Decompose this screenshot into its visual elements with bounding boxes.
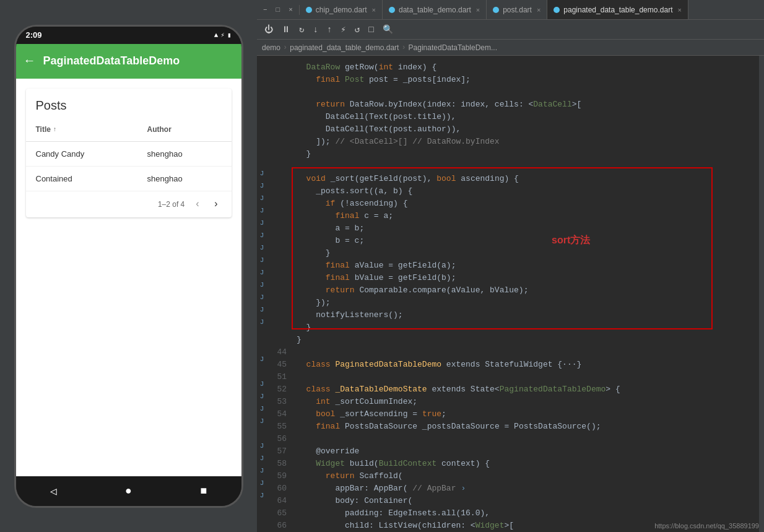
gutter-mark: J — [257, 291, 267, 303]
table-row: Contained shenghao — [26, 167, 232, 191]
tab-close-chip[interactable]: × — [372, 6, 376, 14]
back-button[interactable]: ← — [26, 54, 33, 68]
line-num — [267, 85, 292, 98]
gutter-mark: J — [257, 440, 267, 452]
code-line: @override — [292, 445, 759, 457]
code-line — [292, 346, 759, 358]
search-button[interactable]: 🔍 — [380, 23, 396, 36]
code-editor: − □ × chip_demo.dart × data_table_demo.d… — [257, 0, 764, 532]
tab-close-data-table[interactable]: × — [476, 6, 480, 14]
gutter-mark — [257, 105, 267, 118]
nav-recents-button[interactable]: ■ — [200, 485, 207, 497]
tab-chip-demo[interactable]: chip_demo.dart × — [300, 0, 383, 19]
code-line: appBar: AppBar( // AppBar › — [292, 482, 759, 494]
gutter-mark — [257, 130, 267, 142]
sort-annotation: sort方法 — [552, 234, 590, 247]
tab-close-paginated[interactable]: × — [677, 6, 681, 14]
lightning-button[interactable]: ⚡ — [338, 23, 348, 36]
line-num — [267, 172, 292, 185]
tab-label-chip: chip_demo.dart — [316, 6, 367, 14]
phone-device: 2:09 ▲ ⚡ ▮ ← PaginatedDataTableDemo Post… — [14, 25, 243, 508]
line-num: 65 — [267, 507, 292, 519]
stop-button[interactable]: □ — [366, 24, 376, 36]
minimize-button[interactable]: − — [259, 5, 271, 15]
reload-button[interactable]: ↺ — [352, 23, 362, 36]
step-into-button[interactable]: ↑ — [324, 24, 334, 36]
code-line — [292, 160, 759, 172]
code-line-sort-start: void _sort(getField(post), bool ascendin… — [292, 172, 759, 185]
table-row: Candy Candy shenghao — [26, 142, 232, 167]
gutter-mark: J — [257, 204, 267, 217]
code-line: ]); // <DataCell>[] // DataRow.byIndex — [292, 135, 759, 147]
code-line — [292, 370, 759, 383]
gutter-mark — [257, 93, 267, 105]
nav-back-button[interactable]: ◁ — [50, 484, 57, 498]
gutter-mark: J — [257, 217, 267, 229]
code-line — [292, 432, 759, 445]
gutter-mark: J — [257, 415, 267, 427]
gutter-mark — [257, 526, 267, 532]
editor-gutter: J J J J J J J J J J J J J J J J J J J J … — [257, 56, 267, 532]
gutter-mark: J — [257, 452, 267, 464]
tab-data-table-demo[interactable]: data_table_demo.dart × — [383, 0, 487, 19]
gutter-mark: J — [257, 390, 267, 403]
pause-button[interactable]: ⏸ — [279, 24, 293, 36]
cell-title-2: Contained — [36, 167, 147, 191]
code-line: DataCell(Text(post.title)), — [292, 110, 759, 123]
gutter-mark: J — [257, 242, 267, 254]
tab-icon-chip — [306, 7, 312, 13]
line-num — [267, 246, 292, 259]
run-button[interactable]: ⏻ — [262, 24, 276, 36]
gutter-mark — [257, 427, 267, 440]
code-line: final bValue = getField(b); — [292, 271, 759, 284]
blog-url: https://blog.csdn.net/qq_35889199 — [654, 522, 759, 530]
tab-paginated-demo[interactable]: paginated_data_table_demo.dart × — [547, 0, 688, 19]
line-num: 58 — [267, 457, 292, 469]
line-num — [267, 61, 292, 73]
maximize-button[interactable]: □ — [272, 5, 284, 15]
close-window-button[interactable]: × — [285, 5, 297, 15]
breadcrumb-sep-2: › — [401, 43, 406, 52]
resume-button[interactable]: ↻ — [297, 23, 306, 36]
line-num — [267, 197, 292, 209]
tab-close-post[interactable]: × — [537, 6, 540, 14]
gutter-mark: J — [257, 477, 267, 489]
line-num — [267, 271, 292, 284]
line-num — [267, 284, 292, 296]
battery-icon: ▮ — [227, 31, 232, 39]
line-num: 64 — [267, 494, 292, 507]
gutter-mark: J — [257, 167, 267, 180]
gutter-mark: J — [257, 303, 267, 316]
line-num — [267, 308, 292, 321]
gutter-mark — [257, 341, 267, 353]
sort-arrow-icon: ↑ — [53, 126, 56, 133]
cell-title-1: Candy Candy — [36, 142, 147, 166]
wifi-icon: ⚡ — [220, 31, 225, 39]
gutter-mark — [257, 118, 267, 130]
tab-post[interactable]: post.dart × — [487, 0, 547, 19]
step-over-button[interactable]: ↓ — [310, 24, 320, 36]
breadcrumb-class: PaginatedDataTableDem... — [409, 43, 497, 52]
pagination-prev-button[interactable]: ‹ — [192, 196, 203, 212]
nav-home-button[interactable]: ● — [125, 485, 132, 497]
line-num — [267, 73, 292, 85]
cell-author-1: shenghao — [147, 142, 222, 166]
scrollbar[interactable] — [759, 56, 764, 532]
gutter-mark: J — [257, 266, 267, 279]
line-num — [267, 234, 292, 246]
code-line: }); — [292, 296, 759, 308]
line-num — [267, 222, 292, 234]
gutter-mark — [257, 155, 267, 167]
pagination-next-button[interactable]: › — [211, 196, 222, 212]
code-line: return Scaffold( — [292, 469, 759, 482]
tab-icon-paginated — [553, 7, 560, 13]
col-title-header[interactable]: Title ↑ — [36, 118, 147, 141]
code-line: final PostsDataSource _postsDataSource =… — [292, 420, 759, 432]
col-author-header[interactable]: Author — [147, 118, 222, 141]
gutter-mark — [257, 142, 267, 155]
line-num — [267, 123, 292, 135]
line-num: 54 — [267, 408, 292, 420]
phone-status-bar: 2:09 ▲ ⚡ ▮ — [16, 27, 241, 44]
phone-status-icons: ▲ ⚡ ▮ — [214, 31, 232, 39]
code-content-area[interactable]: J J J J J J J J J J J J J J J J J J J J … — [257, 56, 764, 532]
